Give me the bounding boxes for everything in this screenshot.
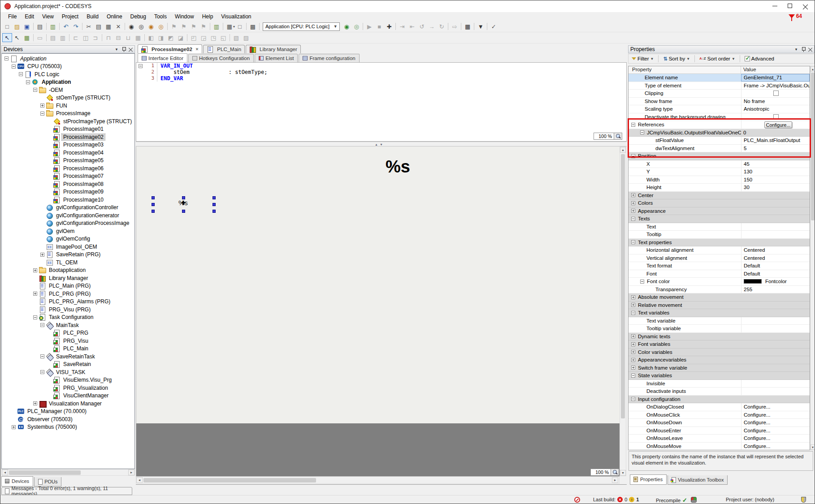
- property-value[interactable]: GenElemInst_71: [741, 74, 810, 82]
- subtab-hotkeys-configuration[interactable]: Hotkeys Configuration: [188, 54, 254, 62]
- menu-tools[interactable]: Tools: [150, 13, 171, 21]
- step-over-icon[interactable]: ⇥: [397, 22, 407, 31]
- tree-item-visuelems-visu-prg[interactable]: VisuElems.Visu_Prg: [2, 376, 134, 384]
- property-column-header[interactable]: Property: [629, 66, 741, 73]
- menu-edit[interactable]: Edit: [21, 13, 38, 21]
- property-value[interactable]: [741, 388, 810, 395]
- collapse-icon[interactable]: [4, 56, 9, 60]
- property-value[interactable]: [741, 199, 810, 207]
- expand-icon[interactable]: [631, 295, 635, 299]
- active-application-combobox[interactable]: Application [CPU: PLC Logic]▼: [263, 22, 340, 31]
- code-fold-icon[interactable]: [139, 64, 143, 68]
- menu-file[interactable]: File: [4, 13, 21, 21]
- property-row-onmousedown[interactable]: OnMouseDownConfigure...: [629, 419, 810, 427]
- close-tab-icon[interactable]: ✕: [195, 47, 199, 52]
- replace-icon[interactable]: ◎: [156, 22, 166, 31]
- tree-item-library-manager[interactable]: Library Manager: [2, 274, 134, 282]
- dock-tab-visualization-toolbox[interactable]: Visualization Toolbox: [668, 475, 728, 485]
- tree-item-oem[interactable]: -OEM: [2, 86, 134, 94]
- minimize-button[interactable]: [767, 1, 782, 11]
- next-statement-icon[interactable]: ⇨: [450, 22, 460, 31]
- property-value[interactable]: [741, 239, 810, 246]
- menu-view[interactable]: View: [38, 13, 58, 21]
- tree-item-bootapplication[interactable]: Bootapplication: [2, 267, 134, 275]
- property-row-show-frame[interactable]: Show frameNo frame: [629, 98, 810, 106]
- property-row-text-variables[interactable]: Text variables: [629, 309, 810, 317]
- collapse-icon[interactable]: [33, 315, 37, 319]
- property-row-x[interactable]: X45: [629, 160, 810, 168]
- property-row-state-variables[interactable]: State variables: [629, 372, 810, 380]
- menu-visualization[interactable]: Visualization: [217, 13, 255, 21]
- property-value[interactable]: [741, 325, 810, 332]
- tree-item-task-configuration[interactable]: Task Configuration: [2, 314, 134, 322]
- subtab-frame-configuration[interactable]: Frame configuration: [299, 54, 359, 62]
- tree-item-gvlconfigurationprocessimage[interactable]: gvlConfigurationProcessImage: [2, 220, 134, 228]
- tree-item-maintask[interactable]: MainTask: [2, 321, 134, 329]
- devices-horizontal-scrollbar[interactable]: ◂ ▸: [1, 469, 135, 476]
- tree-item-cpu-705003[interactable]: CPU (705003): [2, 63, 134, 71]
- selection-mode-icon[interactable]: ↖: [2, 33, 12, 42]
- cut-icon[interactable]: ✂: [84, 22, 94, 31]
- open-project-icon[interactable]: ▨: [12, 22, 22, 31]
- canvas-zoom-level[interactable]: 100 %: [590, 469, 611, 476]
- collapse-icon[interactable]: [40, 323, 44, 327]
- property-value[interactable]: [741, 309, 810, 317]
- properties-menu-icon[interactable]: ▾: [793, 47, 799, 52]
- property-value[interactable]: [741, 293, 810, 301]
- property-value[interactable]: [741, 364, 810, 372]
- canvas-horizontal-scrollbar[interactable]: ◂ ▸: [136, 476, 620, 484]
- scroll-thumb[interactable]: [811, 73, 815, 220]
- filter-button[interactable]: Filter ▼: [630, 56, 655, 62]
- property-row-color-variables[interactable]: Color variables: [629, 349, 810, 357]
- ungroup-icon[interactable]: ▨: [241, 33, 251, 42]
- scroll-up-icon[interactable]: ▴: [811, 66, 815, 72]
- tree-item-plc-prg-prg[interactable]: PLC_PRG (PRG): [2, 290, 134, 298]
- properties-vertical-scrollbar[interactable]: ▴ ▾: [810, 66, 815, 450]
- property-row-onmouseleave[interactable]: OnMouseLeaveConfigure...: [629, 435, 810, 443]
- scroll-thumb[interactable]: [621, 154, 625, 418]
- refresh-check-icon[interactable]: ✓: [489, 22, 499, 31]
- menu-window[interactable]: Window: [171, 13, 198, 21]
- property-value[interactable]: Centered: [741, 246, 810, 254]
- paste-visual-icon[interactable]: ▥: [58, 33, 68, 42]
- collapse-icon[interactable]: [631, 217, 635, 221]
- expand-icon[interactable]: [631, 342, 635, 346]
- property-value[interactable]: 45: [741, 160, 810, 168]
- menu-project[interactable]: Project: [58, 13, 82, 21]
- property-value[interactable]: [741, 231, 810, 238]
- magnifier-icon[interactable]: [611, 469, 619, 476]
- property-row-texts[interactable]: Texts: [629, 215, 810, 223]
- export-icon[interactable]: ▥: [212, 22, 221, 31]
- code-line[interactable]: 3END_VAR: [136, 75, 626, 82]
- tree-item-gvloem[interactable]: gvlOem: [2, 227, 134, 235]
- dock-tab-pous[interactable]: POUs: [34, 477, 61, 487]
- tree-item-observer-705003[interactable]: Observer (705003): [2, 415, 134, 423]
- tree-item-gvloemconfig[interactable]: gvlOemConfig: [2, 235, 134, 243]
- tree-item-processimage10[interactable]: ProcessImage10: [2, 196, 134, 204]
- undo-icon[interactable]: ↶: [61, 22, 71, 31]
- tree-item-systembus-705000[interactable]: Systembus (705000): [2, 423, 134, 431]
- checkbox-icon[interactable]: [773, 90, 779, 96]
- tree-item-processimage01[interactable]: ProcessImage01: [2, 125, 134, 134]
- collapse-icon[interactable]: [33, 88, 37, 92]
- collapse-icon[interactable]: [631, 123, 635, 127]
- collapse-icon[interactable]: [631, 397, 635, 401]
- collapse-icon[interactable]: [631, 374, 635, 378]
- tree-item-gvlconfigurationcontroller[interactable]: gvlConfigurationController: [2, 204, 134, 212]
- dock-tab-devices[interactable]: Devices: [1, 476, 33, 487]
- property-row-text-format[interactable]: Text formatDefault: [629, 262, 810, 270]
- property-value[interactable]: Configure...: [741, 403, 810, 411]
- tree-item-prg-visu-prg[interactable]: PRG_Visu (PRG): [2, 306, 134, 314]
- property-value[interactable]: [741, 192, 810, 199]
- property-value[interactable]: Anisotropic: [741, 105, 810, 113]
- step-out-icon[interactable]: ↺: [417, 22, 427, 31]
- copy-icon[interactable]: ▤: [94, 22, 104, 31]
- property-value[interactable]: 0: [741, 129, 810, 137]
- element-colors-icon[interactable]: ▦: [22, 33, 32, 42]
- scroll-left-icon[interactable]: ◂: [2, 470, 8, 475]
- property-row-font[interactable]: FontDefault: [629, 270, 810, 278]
- property-row-text-variable[interactable]: Text variable: [629, 317, 810, 325]
- tree-item-imagepool-oem[interactable]: ImagePool_OEM: [2, 243, 134, 251]
- maximize-button[interactable]: [782, 1, 798, 11]
- distribute-horizontally-icon[interactable]: ◧: [146, 33, 156, 42]
